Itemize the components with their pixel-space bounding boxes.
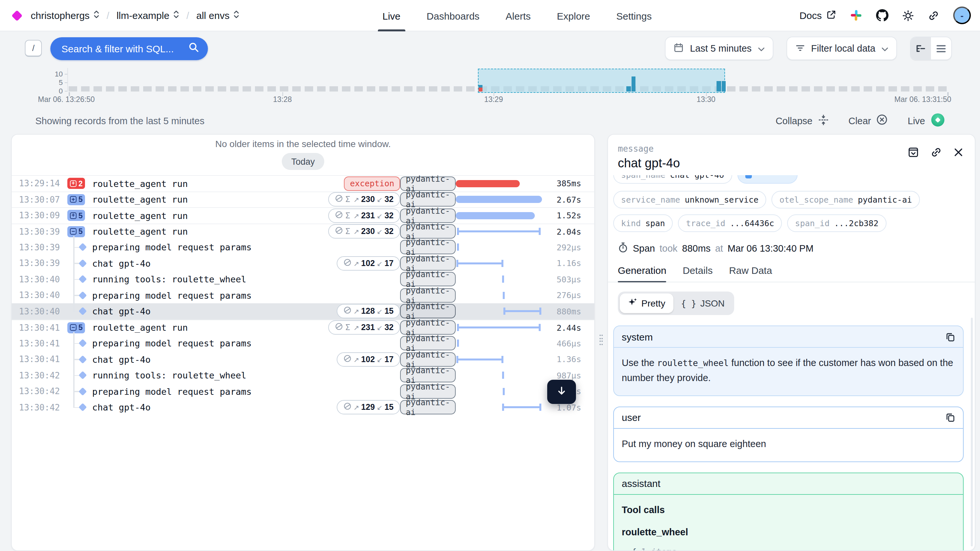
github-icon[interactable]: [876, 9, 888, 22]
nav-actions: Docs -: [800, 6, 971, 24]
scroll-to-bottom-button[interactable]: [547, 380, 576, 404]
pretty-label: Pretty: [641, 298, 665, 308]
span-diamond-icon: [78, 243, 87, 251]
scope-tag[interactable]: pydantic-ai: [400, 176, 456, 191]
trace-row[interactable]: 13:30:42 preparing model request params …: [12, 383, 594, 399]
scope-tag[interactable]: pydantic-ai: [400, 288, 456, 303]
span-diamond-icon: [78, 307, 87, 315]
expand-badge[interactable]: +2: [67, 178, 85, 189]
expand-badge[interactable]: −5: [67, 226, 85, 237]
docs-link[interactable]: Docs: [800, 10, 836, 21]
pretty-toggle[interactable]: Pretty: [620, 294, 673, 313]
detail-tab-generation[interactable]: Generation: [618, 265, 666, 282]
logfire-logo-icon[interactable]: [11, 10, 22, 21]
tab-dashboards[interactable]: Dashboards: [426, 0, 480, 32]
time-selection-region[interactable]: [478, 68, 725, 92]
chevron-down-icon[interactable]: [622, 545, 628, 551]
expand-badge[interactable]: +5: [67, 194, 85, 205]
trace-row[interactable]: 13:30:42 running tools: roulette_wheel p…: [12, 367, 594, 383]
scope-tag[interactable]: pydantic-ai: [400, 256, 456, 271]
scope-tag[interactable]: pydantic-ai: [400, 304, 456, 319]
trace-row[interactable]: 13:30:41 −5 roulette_agent run Σ ↗231↙32…: [12, 319, 594, 335]
copy-link-icon[interactable]: [930, 146, 942, 158]
detail-tab-raw-data[interactable]: Raw Data: [729, 265, 772, 282]
scope-tag[interactable]: pydantic-ai: [400, 192, 456, 207]
search-button[interactable]: Search & filter with SQL...: [50, 37, 208, 60]
project-selector[interactable]: llm-example: [116, 10, 179, 21]
scope-tag[interactable]: pydantic-ai: [400, 352, 456, 367]
today-button[interactable]: Today: [282, 153, 324, 170]
scope-tag[interactable]: pydantic-ai: [400, 400, 456, 415]
filter-local-data-dropdown[interactable]: Filter local data: [786, 37, 897, 60]
tab-explore[interactable]: Explore: [557, 0, 590, 32]
time-range-dropdown[interactable]: Last 5 minutes: [665, 37, 773, 60]
filter-icon: [795, 43, 805, 54]
message-content: Tool calls roulette_wheel {1 items "squa…: [614, 494, 963, 551]
collapse-button[interactable]: Collapse: [776, 114, 829, 127]
live-toggle[interactable]: Live: [908, 112, 945, 129]
span-title: chat gpt-4o: [618, 156, 965, 171]
tab-settings[interactable]: Settings: [616, 0, 651, 32]
slack-icon[interactable]: [850, 9, 862, 22]
detail-tab-details[interactable]: Details: [682, 265, 713, 282]
json-label: JSON: [700, 298, 725, 308]
scope-tag[interactable]: pydantic-ai: [400, 321, 456, 335]
trace-row[interactable]: 13:30:39 preparing model request params …: [12, 239, 594, 255]
copy-icon[interactable]: [945, 413, 955, 422]
x-tick-label: Mar 06. 13:31:50: [894, 95, 951, 103]
span-name: preparing model request params: [89, 338, 302, 349]
tab-alerts[interactable]: Alerts: [506, 0, 531, 32]
token-coin-icon: [335, 210, 344, 222]
close-icon[interactable]: [953, 147, 964, 157]
attribute-pill-trace_id[interactable]: trace_id...64436c: [678, 214, 782, 232]
trace-row[interactable]: 13:30:39 chat gpt-4o ↗102↙17 pydantic-ai…: [12, 255, 594, 271]
clear-button[interactable]: Clear: [848, 114, 888, 127]
trace-row[interactable]: 13:30:40 running tools: roulette_wheel p…: [12, 271, 594, 287]
tab-live[interactable]: Live: [382, 0, 401, 32]
calendar-icon: [674, 42, 684, 55]
scope-tag[interactable]: pydantic-ai: [400, 224, 456, 239]
trace-row[interactable]: 13:30:40 preparing model request params …: [12, 287, 594, 303]
exception-tag[interactable]: exception: [344, 176, 400, 191]
sparkle-icon: [628, 297, 638, 309]
expand-badge[interactable]: −5: [67, 322, 85, 333]
tree-view-toggle[interactable]: [911, 37, 931, 59]
token-coin-icon: [343, 354, 352, 365]
env-name: all envs: [196, 10, 230, 21]
archive-icon[interactable]: [907, 146, 919, 158]
trace-row[interactable]: 13:30:42 chat gpt-4o ↗129↙15 pydantic-ai…: [12, 399, 594, 415]
attribute-pill-kind[interactable]: kindspan: [613, 214, 673, 232]
scope-tag[interactable]: pydantic-ai: [400, 384, 456, 399]
duration-tick: [457, 244, 459, 251]
expand-badge[interactable]: +5: [67, 210, 85, 221]
scope-tag[interactable]: pydantic-ai: [400, 272, 456, 287]
list-view-toggle[interactable]: [931, 37, 951, 59]
scope-tag[interactable]: pydantic-ai: [400, 336, 456, 351]
attribute-pill-otel_scope_name[interactable]: otel_scope_namepydantic-ai: [772, 191, 920, 208]
copy-icon[interactable]: [945, 332, 955, 341]
env-selector[interactable]: all envs: [196, 10, 240, 21]
json-toggle[interactable]: { } JSON: [673, 294, 733, 313]
scope-tag[interactable]: pydantic-ai: [400, 240, 456, 254]
row-duration: 385ms: [542, 179, 581, 189]
share-link-icon[interactable]: [928, 10, 939, 21]
attribute-pill-clipped[interactable]: [737, 175, 797, 184]
trace-row[interactable]: 13:29:14 +2 roulette_agent run exception…: [12, 175, 594, 191]
breadcrumb-divider: /: [186, 10, 189, 21]
trace-row[interactable]: 13:30:09 +5 roulette_agent run Σ ↗231↙32…: [12, 207, 594, 223]
org-selector[interactable]: christophergs: [31, 10, 99, 21]
scope-tag[interactable]: pydantic-ai: [400, 208, 456, 223]
trace-row[interactable]: 13:30:40 chat gpt-4o ↗128↙15 pydantic-ai…: [12, 303, 594, 319]
trace-row[interactable]: 13:30:41 preparing model request params …: [12, 335, 594, 351]
attribute-pill-span_name[interactable]: span_namechat gpt-4o: [613, 175, 732, 184]
attribute-pill-span_id[interactable]: span_id...2cb382: [787, 214, 886, 232]
trace-row[interactable]: 13:30:07 +5 roulette_agent run Σ ↗230↙32…: [12, 191, 594, 207]
detail-scrollbar[interactable]: [970, 318, 973, 546]
attribute-pill-service_name[interactable]: service_nameunknown_service: [613, 191, 766, 208]
theme-sun-icon[interactable]: [902, 10, 914, 21]
trace-row[interactable]: 13:30:39 −5 roulette_agent run Σ ↗230↙32…: [12, 223, 594, 239]
scope-tag[interactable]: pydantic-ai: [400, 368, 456, 383]
panel-resize-handle[interactable]: [599, 333, 604, 348]
trace-row[interactable]: 13:30:41 chat gpt-4o ↗102↙17 pydantic-ai…: [12, 351, 594, 367]
user-avatar[interactable]: -: [953, 6, 971, 24]
